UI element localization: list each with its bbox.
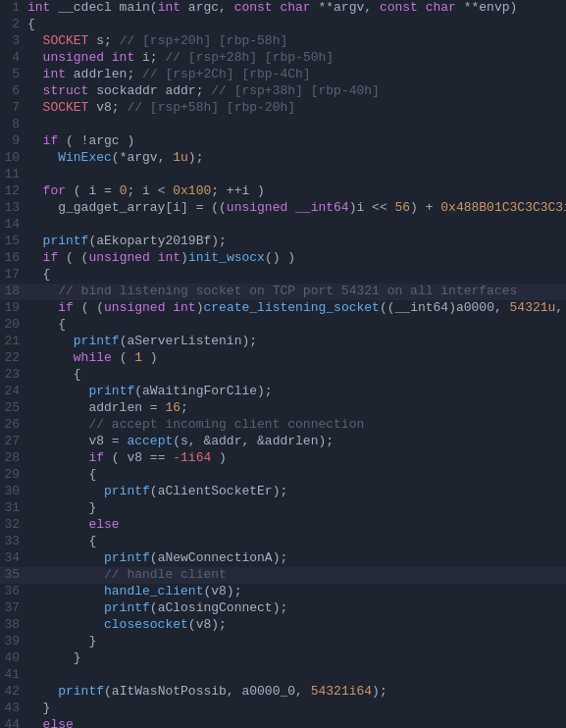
line-number: 10: [0, 150, 27, 165]
code-line: 14: [0, 217, 566, 234]
token-plain: argc,: [180, 0, 234, 15]
code-line: 19 if ( (unsigned int)create_listening_s…: [0, 300, 566, 317]
token-plain: [27, 600, 104, 615]
line-number: 13: [0, 200, 27, 215]
code-line: 17 {: [0, 267, 566, 284]
token-plain: addrlen =: [27, 400, 165, 415]
token-kw: unsigned int: [88, 250, 180, 265]
token-kw: const char: [380, 0, 456, 15]
line-content: int __cdecl main(int argc, const char **…: [27, 0, 566, 15]
line-content: v8 = accept(s, &addr, &addrlen);: [27, 434, 566, 448]
line-content: printf(aItWasNotPossib, a0000_0, 54321i6…: [27, 684, 566, 699]
line-content: if ( !argc ): [27, 133, 566, 148]
token-fn: init_wsocx: [188, 250, 265, 265]
token-plain: {: [27, 17, 35, 31]
token-plain: [27, 550, 104, 565]
line-number: 29: [0, 467, 27, 482]
token-plain: [27, 334, 74, 348]
line-number: 20: [0, 317, 27, 332]
token-plain: v8;: [88, 100, 127, 115]
line-number: 12: [0, 183, 27, 198]
code-line: 12 for ( i = 0; i < 0x100; ++i ): [0, 183, 566, 200]
line-number: 11: [0, 167, 27, 182]
token-plain: , &s) ): [555, 300, 566, 315]
line-content: addrlen = 16;: [27, 400, 566, 415]
token-plain: ;: [180, 400, 188, 415]
token-plain: ( i =: [66, 183, 120, 198]
token-plain: [27, 183, 43, 198]
token-fn: closesocket: [104, 617, 188, 632]
token-plain: );: [372, 684, 387, 699]
line-content: {: [27, 17, 566, 31]
token-kw: int: [158, 0, 180, 15]
token-plain: ): [180, 250, 188, 265]
token-plain: v8 =: [27, 434, 127, 448]
token-plain: ( v8 ==: [104, 450, 173, 465]
token-plain: ; i <: [127, 183, 173, 198]
token-num: 1: [134, 350, 142, 365]
token-plain: );: [188, 150, 204, 165]
code-line: 7 SOCKET v8; // [rsp+58h] [rbp-20h]: [0, 100, 566, 117]
code-line: 6 struct sockaddr addr; // [rsp+38h] [rb…: [0, 83, 566, 100]
token-type: SOCKET: [43, 100, 89, 115]
code-line: 35 // handle client: [0, 567, 566, 584]
code-line: 21 printf(aServerListenin);: [0, 334, 566, 350]
line-content: [27, 117, 566, 131]
code-line: 31 }: [0, 500, 566, 517]
code-block: 1int __cdecl main(int argc, const char *…: [0, 0, 566, 728]
code-line: 34 printf(aNewConnectionA);: [0, 550, 566, 567]
token-kw: struct: [43, 83, 89, 98]
token-plain: (aWaitingForClie);: [134, 384, 272, 398]
line-number: 33: [0, 534, 27, 548]
token-plain: [27, 350, 74, 365]
token-plain: [27, 517, 88, 532]
token-plain: [27, 300, 58, 315]
code-line: 26 // accept incoming client connection: [0, 417, 566, 434]
token-comment: // [rsp+38h] [rbp-40h]: [211, 83, 380, 98]
line-number: 43: [0, 701, 27, 715]
line-number: 23: [0, 367, 27, 382]
code-line: 33 {: [0, 534, 566, 550]
line-content: [27, 217, 566, 232]
code-line: 36 handle_client(v8);: [0, 584, 566, 600]
line-number: 37: [0, 600, 27, 615]
code-line: 40 }: [0, 650, 566, 667]
token-plain: [27, 450, 88, 465]
code-line: 4 unsigned int i; // [rsp+28h] [rbp-50h]: [0, 50, 566, 67]
line-content: [27, 667, 566, 682]
token-plain: {: [27, 317, 66, 332]
line-content: unsigned int i; // [rsp+28h] [rbp-50h]: [27, 50, 566, 65]
token-plain: ; ++i ): [211, 183, 265, 198]
line-number: 3: [0, 33, 27, 48]
line-number: 1: [0, 0, 27, 15]
token-plain: }: [27, 500, 96, 515]
line-content: closesocket(v8);: [27, 617, 566, 632]
line-number: 27: [0, 434, 27, 448]
token-num: 0x100: [173, 183, 211, 198]
code-line: 44 else: [0, 717, 566, 728]
line-number: 15: [0, 234, 27, 248]
token-plain: g_gadget_array[i] = ((: [27, 200, 227, 215]
code-line: 16 if ( (unsigned int)init_wsocx() ): [0, 250, 566, 267]
token-plain: (v8);: [188, 617, 227, 632]
line-number: 9: [0, 133, 27, 148]
line-number: 2: [0, 17, 27, 31]
token-num: 56: [394, 200, 410, 215]
line-content: // handle client: [27, 567, 566, 582]
token-plain: ( (: [58, 250, 88, 265]
token-fn: create_listening_socket: [203, 300, 379, 315]
line-content: }: [27, 701, 566, 715]
code-line: 27 v8 = accept(s, &addr, &addrlen);: [0, 434, 566, 450]
token-plain: ( !argc ): [58, 133, 134, 148]
token-plain: [27, 250, 43, 265]
line-content: // accept incoming client connection: [27, 417, 566, 432]
code-line: 23 {: [0, 367, 566, 384]
code-line: 28 if ( v8 == -1i64 ): [0, 450, 566, 467]
token-plain: {: [27, 267, 50, 282]
line-number: 5: [0, 67, 27, 81]
line-number: 38: [0, 617, 27, 632]
line-number: 19: [0, 300, 27, 315]
line-number: 41: [0, 667, 27, 682]
token-plain: (aClosingConnect);: [150, 600, 287, 615]
code-line: 15 printf(aEkoparty2019Bf);: [0, 234, 566, 250]
